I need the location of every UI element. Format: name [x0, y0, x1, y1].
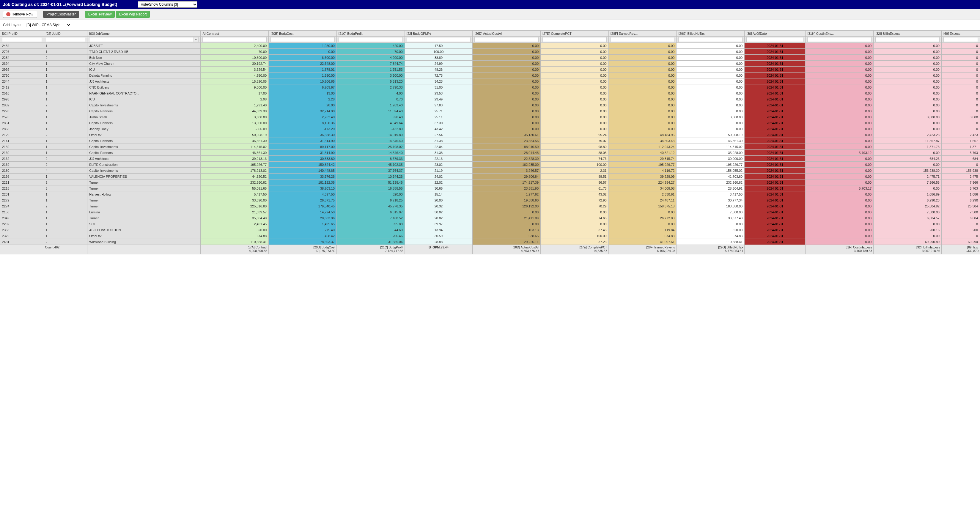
filter-jobid[interactable] [46, 37, 86, 42]
cell-jobname: Turner [88, 180, 200, 186]
table-row[interactable]: 28822Capitol Investments1,291.4028.001,2… [0, 102, 980, 108]
table-row[interactable]: 21292Omni #250,908.1936,888.3014,019.892… [0, 132, 980, 138]
cell-excess: 0 [941, 126, 980, 132]
cell-gpm: 39.97 [404, 221, 473, 227]
col-budgprofit[interactable]: [21C] BudgProfit [336, 30, 404, 37]
table-row[interactable]: 27601Dakota Fanning4,950.001,350.003,600… [0, 73, 980, 78]
col-completepct[interactable]: [27E] CompletePCT [541, 30, 609, 37]
hide-show-select[interactable]: Hide/Show Columns [3] [138, 1, 197, 8]
table-row[interactable]: 25761Justin Smith3,688.802,762.40926.402… [0, 114, 980, 120]
cell-jobname: JOBSITE [88, 43, 200, 49]
table-row[interactable]: 23791Omni #2674.88468.42206.4630.59638.6… [0, 233, 980, 239]
filter-billex[interactable] [875, 37, 940, 42]
cell-budgcost: 181,122.36 [269, 180, 337, 186]
table-row[interactable]: 25161HAHN GENERAL CONTRACTO...17.0013.00… [0, 91, 980, 96]
cell-jobname: SCI [88, 221, 200, 227]
table-row[interactable]: 21601Capitol Partners46,361.3031,814.901… [0, 150, 980, 156]
table-row[interactable]: 23631ABC CONSTUCTION320.00275.4044.6013.… [0, 227, 980, 233]
table-row[interactable]: 21981VALENCIA PROPERTIES44,320.5233,676.… [0, 173, 980, 180]
cell-pct: 88.05 [541, 150, 609, 156]
table-row[interactable]: 21804Capitol Investments178,213.02140,44… [0, 168, 980, 173]
cell-gpm: 25.71 [404, 108, 473, 114]
table-row[interactable]: 21411Capitol Partners46,361.3031,814.901… [0, 138, 980, 144]
table-row[interactable]: 21622JJJ Architects39,213.1330,533.808,6… [0, 156, 980, 162]
cell-jobname: Wildwood Building [88, 239, 200, 245]
filter-earned[interactable] [611, 37, 675, 42]
filter-costex[interactable] [807, 37, 872, 42]
table-row[interactable]: 23491Turner35,864.4828,683.967,180.5220.… [0, 215, 980, 221]
col-billinexc[interactable]: [32I] BillInExcess [873, 30, 942, 37]
cell-gpm: 31.38 [404, 150, 473, 156]
cell-jobid: 1 [44, 191, 88, 197]
col-excess[interactable]: [69] Excess [941, 30, 980, 37]
col-contract[interactable]: A] Contract [200, 30, 269, 37]
cell-pct: 70.29 [541, 203, 609, 209]
cell-contract: 15,520.05 [200, 78, 269, 84]
table-row[interactable]: 22721Turner33,590.0026,871.756,718.2520.… [0, 197, 980, 203]
table-row[interactable]: 21692ELITE Construction195,926.77150,824… [0, 162, 980, 168]
cell-jobname: Omni #2 [88, 132, 200, 138]
filter-excess[interactable] [943, 37, 978, 42]
chevron-down-icon[interactable]: ▾ [194, 37, 199, 42]
filter-billed[interactable] [678, 37, 743, 42]
cell-asof: 2024-01-31 [745, 126, 805, 132]
col-budggpm[interactable]: [22] BudgGPM% [404, 30, 473, 37]
cell-jobname: Capitol Investments [88, 168, 200, 173]
cell-jobid: 3 [44, 186, 88, 191]
hide-show-columns[interactable]: Hide/Show Columns [3] [138, 1, 197, 8]
project-cost-master-button[interactable]: ProjectCostMaster [43, 11, 79, 18]
filter-row: ▾ [0, 37, 980, 43]
filter-actual[interactable] [474, 37, 539, 42]
table-row[interactable]: 22701Capitol Partners44,039.3032,714.901… [0, 108, 980, 114]
table-row[interactable]: 22542Bob Noe10,800.006,600.004,200.0038.… [0, 55, 980, 60]
table-row[interactable]: 27971TT&D CLIENT 2 RVSD HB70.000.0070.00… [0, 49, 980, 55]
filter-jobname[interactable] [89, 37, 194, 42]
filter-pct[interactable] [542, 37, 607, 42]
table-row[interactable]: 22112Turner232,260.82181,122.3651,138.46… [0, 180, 980, 186]
filter-asof[interactable] [746, 37, 803, 42]
filter-budgcost[interactable] [270, 37, 335, 42]
col-actualcost[interactable]: [26D] ActualCostAll [473, 30, 541, 37]
table-row[interactable]: 24312Wildwood Building110,388.4178,503.3… [0, 239, 980, 245]
table-row[interactable]: 24841JOBSITE2,400.001,980.00420.0017.500… [0, 43, 980, 49]
table-row[interactable]: 23941City View Church30,192.7422,648.007… [0, 60, 980, 67]
col-projid[interactable]: [01] ProjID [0, 30, 44, 37]
cell-projid: 2484 [0, 43, 44, 49]
col-billednotax[interactable]: [29G] BilledNoTax [676, 30, 745, 37]
excel-wip-report-button[interactable]: Excel Wip Report [116, 11, 150, 18]
table-row[interactable]: 22742Turner225,316.80179,540.4545,776.35… [0, 203, 980, 209]
table-row[interactable]: 22183Turner55,091.6538,203.1016,888.5530… [0, 186, 980, 191]
table-row[interactable]: 21581Lumina21,039.5714,724.506,315.0730.… [0, 209, 980, 215]
excel-preview-button[interactable]: Excel_Preview [85, 11, 115, 18]
cell-budgprofit: 51,138.46 [336, 180, 404, 186]
filter-budgprofit[interactable] [339, 37, 403, 42]
table-row[interactable]: 24191CNC Builders9,000.006,209.672,790.3… [0, 84, 980, 91]
table-row[interactable]: 29931ICU2.982.280.7023.490.000.000.000.0… [0, 96, 980, 102]
grid[interactable]: [01] ProjID [02] JobID [03] JobName A] C… [0, 30, 980, 254]
table-row[interactable]: 22921SCI2,491.451,495.65995.8039.970.000… [0, 221, 980, 227]
cell-billex: 6,290.23 [873, 197, 942, 203]
table-row[interactable]: 21591Capitol Investments114,315.0289,117… [0, 144, 980, 150]
col-costinexc[interactable]: [31H] CostInExc... [805, 30, 873, 37]
table-row[interactable]: 22311Harvest Hollow5,417.504,597.50820.0… [0, 191, 980, 197]
col-jobid[interactable]: [02] JobID [44, 30, 88, 37]
col-earnedrev[interactable]: [28F] EarnedRev... [608, 30, 676, 37]
table-row[interactable]: 29921ICU3,629.541,878.011,751.5348.260.0… [0, 67, 980, 73]
filter-contract[interactable] [202, 37, 267, 42]
table-row[interactable]: 28681Johnny Doey-306.09-173.20-132.8943.… [0, 126, 980, 132]
filter-projid[interactable] [2, 37, 42, 42]
cell-costex: 0.00 [805, 197, 873, 203]
table-row[interactable]: 23441JJJ Architects15,520.0510,206.855,3… [0, 78, 980, 84]
cell-pct: 72.90 [541, 197, 609, 203]
grid-layout-select[interactable]: [B] WIP - CFMA Style [24, 22, 72, 28]
cell-contract: 3,688.80 [200, 114, 269, 120]
col-asofdate[interactable]: [30] AsOfDate [745, 30, 805, 37]
cell-gpm: 17.50 [404, 43, 473, 49]
col-budgcost[interactable]: [20B] BudgCost [269, 30, 337, 37]
table-row[interactable]: 28511Capitol Partners13,000.008,150.364,… [0, 120, 980, 126]
filter-gpm[interactable] [407, 37, 471, 42]
cell-costex: 0.00 [805, 96, 873, 102]
cell-actual: 0.00 [473, 84, 541, 91]
remove-row-button[interactable]: Remove Row [3, 11, 37, 18]
col-jobname[interactable]: [03] JobName [88, 30, 200, 37]
